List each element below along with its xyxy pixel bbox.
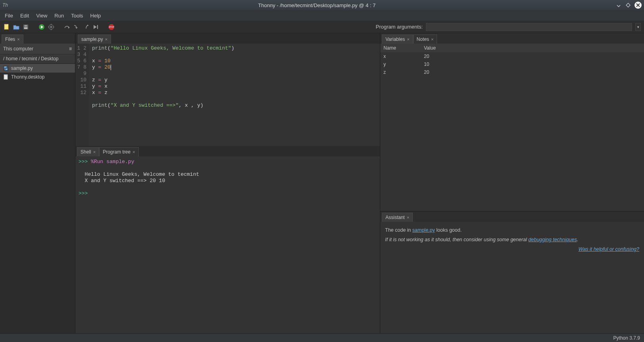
close-icon[interactable]: ×: [407, 37, 409, 42]
tab-files-label: Files: [5, 37, 15, 42]
app-short-label: Th: [2, 2, 18, 8]
var-name: y: [380, 61, 424, 67]
menu-edit[interactable]: Edit: [17, 12, 32, 20]
variables-header: Name Value: [380, 44, 644, 52]
var-value: 20: [424, 54, 644, 59]
var-name: z: [380, 69, 424, 75]
program-args-label: Program arguments:: [376, 24, 423, 30]
variable-row[interactable]: y10: [380, 60, 644, 68]
close-icon[interactable]: ×: [431, 37, 433, 42]
file-icon: [3, 74, 9, 80]
tab-assistant-label: Assistant: [385, 215, 405, 220]
svg-rect-2: [25, 25, 27, 27]
menu-run[interactable]: Run: [51, 12, 67, 20]
close-icon[interactable]: [634, 2, 642, 9]
window-title: Thonny - /home/tecmint/Desktop/sample.py…: [18, 2, 615, 8]
tab-program-tree-label: Program tree: [103, 149, 130, 155]
files-breadcrumb[interactable]: / home / tecmint / Desktop: [0, 54, 75, 63]
close-icon[interactable]: ×: [17, 37, 19, 42]
var-name: x: [380, 54, 424, 59]
open-file-icon[interactable]: [13, 23, 20, 31]
variable-row[interactable]: z20: [380, 68, 644, 76]
file-name: sample.py: [11, 65, 33, 71]
resume-icon[interactable]: [92, 23, 99, 31]
svg-rect-11: [97, 25, 98, 29]
python-version-label[interactable]: Python 3.7.9: [613, 335, 640, 341]
stop-icon[interactable]: STOP: [108, 23, 115, 31]
tab-variables[interactable]: Variables ×: [382, 35, 413, 44]
close-icon[interactable]: ×: [132, 150, 135, 154]
svg-rect-3: [24, 27, 27, 29]
assistant-file-link[interactable]: sample.py: [412, 227, 435, 233]
tab-shell[interactable]: Shell ×: [77, 147, 99, 156]
status-bar: Python 3.7.9: [0, 333, 644, 342]
code-editor[interactable]: 1 2 3 4 5 6 7 8 9 10 11 12 print("Hello …: [75, 44, 380, 146]
tab-notes-label: Notes: [417, 37, 429, 42]
svg-point-15: [5, 67, 6, 67]
tab-assistant[interactable]: Assistant ×: [382, 213, 413, 222]
code-content[interactable]: print("Hello Linux Geeks, Welcome to tec…: [89, 44, 380, 146]
close-icon[interactable]: ×: [105, 37, 107, 42]
shell-output[interactable]: >>> %Run sample.py Hello Linux Geeks, We…: [75, 156, 380, 333]
step-into-icon[interactable]: [73, 23, 80, 31]
program-args-dropdown-icon[interactable]: ▾: [635, 23, 641, 31]
variables-table: Name Value x20y10z20: [380, 44, 644, 211]
program-args-input[interactable]: [426, 23, 632, 31]
files-panel: Files × This computer ≡ / home / tecmint…: [0, 33, 75, 333]
toolbar: STOP Program arguments: ▾: [0, 21, 644, 33]
editor-tab-label: sample.py: [81, 37, 103, 42]
col-name: Name: [380, 45, 424, 51]
files-location-header[interactable]: This computer ≡: [0, 44, 75, 54]
maximize-icon[interactable]: [625, 2, 631, 8]
menu-file[interactable]: File: [2, 12, 16, 20]
tab-program-tree[interactable]: Program tree ×: [99, 147, 138, 156]
tab-editor-file[interactable]: sample.py ×: [78, 35, 111, 44]
svg-point-16: [6, 69, 7, 70]
var-value: 20: [424, 69, 644, 75]
debugging-techniques-link[interactable]: debugging techniques: [528, 237, 577, 242]
debug-icon[interactable]: [48, 23, 55, 31]
svg-text:STOP: STOP: [109, 26, 114, 28]
menu-help[interactable]: Help: [87, 12, 104, 20]
python-file-icon: [3, 65, 9, 71]
step-over-icon[interactable]: [63, 23, 71, 31]
var-value: 10: [424, 61, 644, 67]
close-icon[interactable]: ×: [407, 215, 409, 220]
file-row[interactable]: Thonny.desktop: [0, 73, 75, 81]
save-file-icon[interactable]: [22, 23, 29, 31]
menu-bar: File Edit View Run Tools Help: [0, 10, 644, 21]
col-value: Value: [424, 45, 644, 51]
hamburger-icon[interactable]: ≡: [69, 46, 72, 52]
svg-point-6: [50, 26, 52, 28]
run-icon[interactable]: [38, 23, 45, 31]
minimize-icon[interactable]: [615, 2, 622, 8]
assistant-feedback-link[interactable]: Was it helpful or confusing?: [579, 246, 639, 252]
menu-tools[interactable]: Tools: [68, 12, 86, 20]
assistant-body: The code in sample.py looks good. If it …: [380, 222, 644, 333]
tab-files[interactable]: Files ×: [2, 35, 23, 44]
file-name: Thonny.desktop: [11, 74, 45, 80]
new-file-icon[interactable]: [3, 23, 10, 31]
line-number-gutter: 1 2 3 4 5 6 7 8 9 10 11 12: [75, 44, 89, 146]
menu-view[interactable]: View: [33, 12, 50, 20]
step-out-icon[interactable]: [82, 23, 90, 31]
file-row[interactable]: sample.py: [0, 64, 75, 73]
variable-row[interactable]: x20: [380, 52, 644, 60]
close-icon[interactable]: ×: [93, 150, 96, 154]
tab-shell-label: Shell: [80, 149, 91, 155]
title-bar: Th Thonny - /home/tecmint/Desktop/sample…: [0, 0, 644, 10]
tab-notes[interactable]: Notes ×: [413, 35, 437, 44]
tab-variables-label: Variables: [385, 37, 405, 42]
